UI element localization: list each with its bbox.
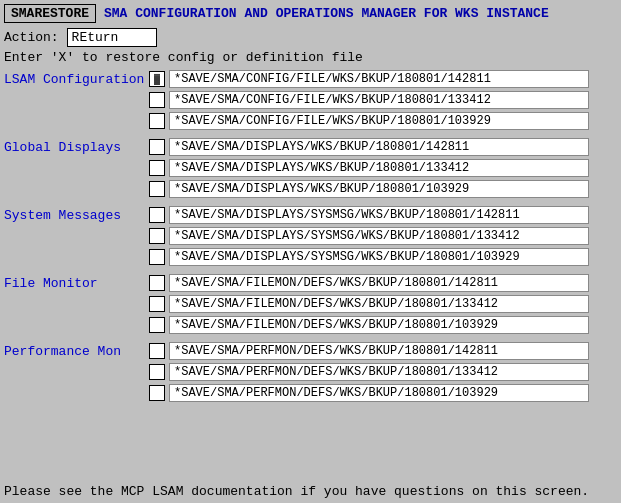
entry-value-performance-mon-0: *SAVE/SMA/PERFMON/DEFS/WKS/BKUP/180801/1… [169,342,589,360]
entry-value-system-messages-2: *SAVE/SMA/DISPLAYS/SYSMSG/WKS/BKUP/18080… [169,248,589,266]
top-bar: SMARESTORE SMA CONFIGURATION AND OPERATI… [0,0,621,26]
entry-value-file-monitor-2: *SAVE/SMA/FILEMON/DEFS/WKS/BKUP/180801/1… [169,316,589,334]
section-file-monitor: File Monitor*SAVE/SMA/FILEMON/DEFS/WKS/B… [4,274,617,334]
section-performance-mon: Performance Mon*SAVE/SMA/PERFMON/DEFS/WK… [4,342,617,402]
checkbox-system-messages-1[interactable] [149,228,165,244]
entries-global-displays: *SAVE/SMA/DISPLAYS/WKS/BKUP/180801/14281… [149,138,589,198]
entry-row: *SAVE/SMA/DISPLAYS/SYSMSG/WKS/BKUP/18080… [149,227,589,245]
entry-value-global-displays-2: *SAVE/SMA/DISPLAYS/WKS/BKUP/180801/10392… [169,180,589,198]
checkbox-system-messages-2[interactable] [149,249,165,265]
checkbox-lsam-config-0[interactable] [149,71,165,87]
checkbox-global-displays-1[interactable] [149,160,165,176]
checkbox-file-monitor-1[interactable] [149,296,165,312]
entry-value-file-monitor-1: *SAVE/SMA/FILEMON/DEFS/WKS/BKUP/180801/1… [169,295,589,313]
action-label: Action: [4,30,59,45]
entries-file-monitor: *SAVE/SMA/FILEMON/DEFS/WKS/BKUP/180801/1… [149,274,589,334]
entry-value-global-displays-1: *SAVE/SMA/DISPLAYS/WKS/BKUP/180801/13341… [169,159,589,177]
footer: Please see the MCP LSAM documentation if… [4,484,617,499]
entry-row: *SAVE/SMA/DISPLAYS/SYSMSG/WKS/BKUP/18080… [149,248,589,266]
entry-row: *SAVE/SMA/FILEMON/DEFS/WKS/BKUP/180801/1… [149,274,589,292]
entry-row: *SAVE/SMA/CONFIG/FILE/WKS/BKUP/180801/13… [149,91,589,109]
checkbox-lsam-config-2[interactable] [149,113,165,129]
action-row: Action: [0,26,621,48]
checkbox-file-monitor-2[interactable] [149,317,165,333]
section-label-lsam-config: LSAM Configuration [4,70,149,87]
entry-row: *SAVE/SMA/DISPLAYS/WKS/BKUP/180801/13341… [149,159,589,177]
main-content: LSAM Configuration*SAVE/SMA/CONFIG/FILE/… [0,68,621,412]
entry-row: *SAVE/SMA/FILEMON/DEFS/WKS/BKUP/180801/1… [149,295,589,313]
section-lsam-config: LSAM Configuration*SAVE/SMA/CONFIG/FILE/… [4,70,617,130]
entry-value-lsam-config-2: *SAVE/SMA/CONFIG/FILE/WKS/BKUP/180801/10… [169,112,589,130]
entry-row: *SAVE/SMA/PERFMON/DEFS/WKS/BKUP/180801/1… [149,342,589,360]
main-screen: SMARESTORE SMA CONFIGURATION AND OPERATI… [0,0,621,503]
entry-row: *SAVE/SMA/PERFMON/DEFS/WKS/BKUP/180801/1… [149,363,589,381]
entry-value-system-messages-1: *SAVE/SMA/DISPLAYS/SYSMSG/WKS/BKUP/18080… [169,227,589,245]
entry-value-performance-mon-1: *SAVE/SMA/PERFMON/DEFS/WKS/BKUP/180801/1… [169,363,589,381]
checkbox-file-monitor-0[interactable] [149,275,165,291]
title-text: SMA CONFIGURATION AND OPERATIONS MANAGER… [104,6,549,21]
entry-row: *SAVE/SMA/DISPLAYS/SYSMSG/WKS/BKUP/18080… [149,206,589,224]
checkbox-lsam-config-1[interactable] [149,92,165,108]
entry-row: *SAVE/SMA/FILEMON/DEFS/WKS/BKUP/180801/1… [149,316,589,334]
entry-value-lsam-config-0: *SAVE/SMA/CONFIG/FILE/WKS/BKUP/180801/14… [169,70,589,88]
section-label-system-messages: System Messages [4,206,149,223]
checkbox-performance-mon-0[interactable] [149,343,165,359]
entries-system-messages: *SAVE/SMA/DISPLAYS/SYSMSG/WKS/BKUP/18080… [149,206,589,266]
entries-performance-mon: *SAVE/SMA/PERFMON/DEFS/WKS/BKUP/180801/1… [149,342,589,402]
entry-row: *SAVE/SMA/CONFIG/FILE/WKS/BKUP/180801/10… [149,112,589,130]
checkbox-performance-mon-1[interactable] [149,364,165,380]
entry-value-global-displays-0: *SAVE/SMA/DISPLAYS/WKS/BKUP/180801/14281… [169,138,589,156]
entry-row: *SAVE/SMA/CONFIG/FILE/WKS/BKUP/180801/14… [149,70,589,88]
entry-value-performance-mon-2: *SAVE/SMA/PERFMON/DEFS/WKS/BKUP/180801/1… [169,384,589,402]
entry-value-file-monitor-0: *SAVE/SMA/FILEMON/DEFS/WKS/BKUP/180801/1… [169,274,589,292]
entry-value-system-messages-0: *SAVE/SMA/DISPLAYS/SYSMSG/WKS/BKUP/18080… [169,206,589,224]
checkbox-global-displays-0[interactable] [149,139,165,155]
section-label-performance-mon: Performance Mon [4,342,149,359]
entries-lsam-config: *SAVE/SMA/CONFIG/FILE/WKS/BKUP/180801/14… [149,70,589,130]
section-label-global-displays: Global Displays [4,138,149,155]
checkbox-global-displays-2[interactable] [149,181,165,197]
app-name: SMARESTORE [4,4,96,23]
section-global-displays: Global Displays*SAVE/SMA/DISPLAYS/WKS/BK… [4,138,617,198]
entry-value-lsam-config-1: *SAVE/SMA/CONFIG/FILE/WKS/BKUP/180801/13… [169,91,589,109]
action-input[interactable] [67,28,157,47]
instruction: Enter 'X' to restore config or definitio… [0,48,621,68]
checkbox-performance-mon-2[interactable] [149,385,165,401]
section-system-messages: System Messages*SAVE/SMA/DISPLAYS/SYSMSG… [4,206,617,266]
entry-row: *SAVE/SMA/DISPLAYS/WKS/BKUP/180801/10392… [149,180,589,198]
checkbox-system-messages-0[interactable] [149,207,165,223]
entry-row: *SAVE/SMA/PERFMON/DEFS/WKS/BKUP/180801/1… [149,384,589,402]
entry-row: *SAVE/SMA/DISPLAYS/WKS/BKUP/180801/14281… [149,138,589,156]
section-label-file-monitor: File Monitor [4,274,149,291]
